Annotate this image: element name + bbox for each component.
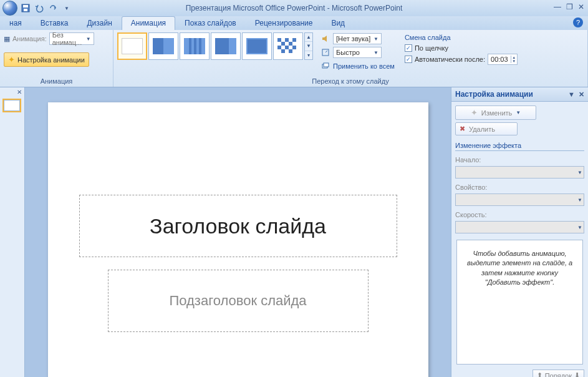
slide-canvas[interactable]: Заголовок слайда Подзаголовок слайда [25,87,451,377]
chevron-down-icon: ▼ [577,225,582,230]
tab-design[interactable]: Дизайн [77,16,121,30]
transition-item[interactable] [180,32,210,60]
transition-item[interactable] [273,32,303,60]
taskpane-menu-icon[interactable]: ▼ [568,91,575,99]
preview-icon[interactable]: ▦ [4,35,10,43]
chevron-down-icon: ▼ [86,36,91,42]
change-effect-label: Изменить [481,109,513,117]
animation-combo[interactable]: Без анимац... ▼ [49,32,94,45]
property-combo[interactable]: ▼ [455,193,584,206]
svg-rect-1 [23,5,28,7]
title-bar: ▼ Презентация Microsoft Office PowerPoin… [0,0,588,16]
workspace: ✕ Заголовок слайда Подзаголовок слайда Н… [0,87,588,377]
start-combo[interactable]: ▼ [455,166,584,179]
chevron-down-icon: ▼ [374,50,378,56]
ribbon-tabs: ная Вставка Дизайн Анимация Показ слайдо… [0,16,588,30]
sound-icon [321,34,330,44]
delete-effect-label: Удалить [469,125,495,133]
delete-effect-button[interactable]: ✖ Удалить [455,122,518,135]
svg-rect-19 [277,46,281,49]
advance-title: Смена слайда [405,34,518,41]
tab-review[interactable]: Рецензирование [246,16,322,30]
svg-rect-21 [292,46,296,49]
office-button[interactable] [2,1,17,16]
qat-more-icon[interactable]: ▼ [61,2,72,14]
transition-speed-combo[interactable]: Быстро▼ [333,47,382,58]
undo-icon[interactable] [34,2,45,14]
close-button[interactable]: ✕ [578,2,584,11]
svg-rect-4 [153,38,163,54]
speed-value: Быстро [336,49,360,56]
animation-combo-value: Без анимац... [52,31,86,46]
spin-down-icon[interactable]: ▼ [511,59,517,63]
title-placeholder[interactable]: Заголовок слайда [79,195,397,257]
change-effect-button[interactable]: ✦ Изменить ▼ [455,105,536,120]
slide[interactable]: Заголовок слайда Подзаголовок слайда [48,102,428,377]
pane-close-icon[interactable]: ✕ [17,89,22,95]
taskpane-footer: ⬆ Порядок ⬇ [451,368,588,377]
transition-item[interactable] [211,32,241,60]
on-click-checkbox[interactable]: ✓ [405,44,412,52]
speed-combo[interactable]: ▼ [455,221,584,233]
custom-animation-taskpane: Настройка анимации ▼ ✕ ✦ Изменить ▼ ✖ Уд… [451,87,588,377]
gallery-down-icon[interactable]: ▼ [305,42,312,51]
arrow-down-icon: ⬇ [574,371,580,377]
apply-all-icon [321,61,330,71]
redo-icon[interactable] [47,2,59,14]
svg-rect-7 [194,38,196,54]
svg-rect-2 [24,9,27,11]
slide-thumbnail-pane: ✕ [0,87,25,377]
restore-button[interactable]: ❐ [566,2,573,11]
transition-none[interactable] [117,32,147,60]
taskpane-title: Настройка анимации [455,90,533,99]
gallery-up-icon[interactable]: ▲ [305,33,312,42]
gallery-scroll: ▲ ▼ ▾ [304,32,313,60]
svg-rect-14 [277,38,281,42]
svg-rect-12 [248,39,266,53]
start-label: Начало: [455,156,584,164]
chevron-down-icon: ▼ [516,110,521,115]
auto-after-spinner[interactable]: 00:03 ▲▼ [488,54,518,65]
chevron-down-icon: ▼ [374,36,378,42]
advance-slide: Смена слайда ✓ По щелчку ✓ Автоматически… [405,32,518,65]
taskpane-section-header: Изменение эффекта [455,140,584,151]
on-click-label: По щелчку [415,44,448,52]
svg-rect-15 [285,38,289,42]
gallery-more-icon[interactable]: ▾ [305,51,312,59]
tab-animation[interactable]: Анимация [122,16,175,30]
auto-after-checkbox[interactable]: ✓ [405,56,412,63]
slide-thumbnail-1[interactable] [2,99,21,112]
ribbon: ▦ Анимация: Без анимац... ▼ ✦ Настройка … [0,30,588,87]
transition-item[interactable] [148,32,178,60]
help-icon[interactable]: ? [573,17,583,27]
tab-home[interactable]: ная [0,16,31,30]
transition-item[interactable] [242,32,272,60]
taskpane-info: Чтобы добавить анимацию, выделите элемен… [456,240,583,365]
speed-icon [321,47,330,57]
svg-rect-20 [285,46,289,49]
chevron-down-icon: ▼ [577,170,582,175]
subtitle-placeholder[interactable]: Подзаголовок слайда [108,270,369,332]
tab-insert[interactable]: Вставка [31,16,78,30]
star-icon: ✦ [8,55,15,64]
svg-rect-23 [289,49,292,53]
apply-to-all-button[interactable]: Применить ко всем [321,60,395,72]
custom-animation-button[interactable]: ✦ Настройка анимации [4,52,89,67]
arrow-up-icon: ⬆ [537,371,542,377]
reorder-button[interactable]: ⬆ Порядок ⬇ [533,370,584,377]
star-icon: ✦ [471,108,478,117]
custom-animation-label: Настройка анимации [17,56,85,64]
quick-access-toolbar: ▼ [20,2,72,14]
tab-view[interactable]: Вид [322,16,354,30]
transition-sound-combo[interactable]: [Нет звука]▼ [333,33,382,44]
tab-slideshow[interactable]: Показ слайдов [175,16,246,30]
auto-after-value: 00:03 [488,56,511,63]
delete-icon: ✖ [460,125,465,133]
group-transition: ▲ ▼ ▾ [Нет звука]▼ Быстро▼ [113,30,588,87]
group-transition-title: Переход к этому слайду [113,76,587,87]
save-icon[interactable] [20,2,31,14]
group-animation: ▦ Анимация: Без анимац... ▼ ✦ Настройка … [0,30,113,87]
taskpane-close-icon[interactable]: ✕ [579,91,584,99]
taskpane-header: Настройка анимации ▼ ✕ [451,87,588,102]
minimize-button[interactable]: — [554,2,561,11]
